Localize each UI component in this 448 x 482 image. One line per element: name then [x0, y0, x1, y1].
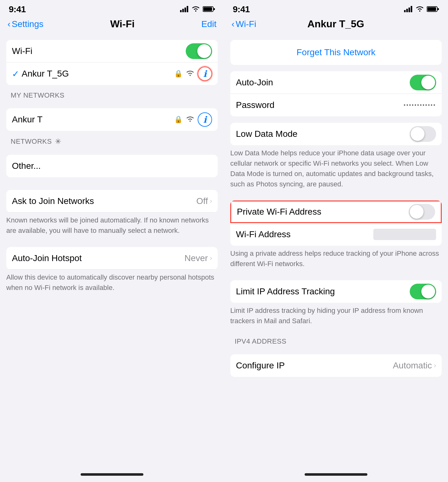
my-network-row[interactable]: Ankur T 🔒 ℹ — [6, 108, 218, 131]
chevron-left-icon: ‹ — [8, 19, 10, 29]
configure-ip-section: Configure IP Automatic › — [230, 354, 442, 377]
configure-ip-value: Automatic › — [393, 361, 436, 371]
status-icons-right — [404, 5, 439, 14]
battery-icon-right — [427, 5, 439, 14]
back-label: Settings — [12, 19, 43, 29]
networks-section: Other... — [6, 155, 218, 177]
password-row[interactable]: Password •••••••••••• — [230, 94, 442, 116]
networks-label: NETWORKS ✳ — [0, 131, 224, 148]
lock-icon-2: 🔒 — [174, 115, 183, 124]
status-bar-right: 9:41 — [224, 0, 448, 17]
lock-icon: 🔒 — [174, 70, 183, 78]
nav-bar-right: ‹ Wi-Fi Ankur T_5G — [224, 17, 448, 34]
limit-ip-section: Limit IP Address Tracking — [230, 280, 442, 303]
private-wifi-label: Private Wi-Fi Address — [237, 207, 409, 217]
wifi-status-icon-right — [415, 5, 424, 14]
limit-ip-description: Limit IP address tracking by hiding your… — [224, 303, 448, 331]
wifi-address-label: Wi-Fi Address — [236, 229, 373, 239]
back-settings-button[interactable]: ‹ Settings — [8, 19, 44, 29]
auto-join-description: Allow this device to automatically disco… — [0, 270, 224, 298]
forget-section: Forget This Network — [230, 40, 442, 65]
svg-rect-7 — [404, 10, 406, 12]
status-icons-left — [180, 5, 215, 14]
signal-icon-right — [404, 5, 413, 14]
configure-ip-row[interactable]: Configure IP Automatic › — [230, 354, 442, 377]
ipv4-section-label: IPV4 ADDRESS — [224, 331, 448, 348]
signal-icon — [180, 5, 189, 14]
private-address-description: Using a private address helps reduce tra… — [224, 246, 448, 274]
home-indicator-left — [81, 473, 143, 476]
ask-join-label: Ask to Join Networks — [12, 196, 196, 206]
auto-join-password-section: Auto-Join Password •••••••••••• — [230, 71, 442, 116]
my-network-info-button[interactable]: ℹ — [198, 112, 212, 127]
edit-button[interactable]: Edit — [201, 19, 216, 29]
checkmark-icon: ✓ — [12, 69, 19, 79]
limit-ip-label: Limit IP Address Tracking — [236, 287, 410, 297]
private-wifi-section: Private Wi-Fi Address Wi-Fi Address — [230, 201, 442, 246]
time-right: 9:41 — [233, 4, 250, 14]
svg-rect-8 — [406, 9, 408, 12]
limit-ip-row[interactable]: Limit IP Address Tracking — [230, 280, 442, 303]
wifi-address-row: Wi-Fi Address — [230, 223, 442, 246]
auto-join-hotspot-row[interactable]: Auto-Join Hotspot Never › — [6, 247, 218, 270]
ask-join-value: Off › — [196, 196, 212, 206]
chevron-icon-2: › — [210, 254, 212, 262]
page-title-right: Ankur T_5G — [307, 18, 364, 30]
low-data-toggle[interactable] — [410, 126, 436, 142]
time-left: 9:41 — [9, 4, 26, 14]
page-title-left: Wi-Fi — [110, 18, 135, 30]
low-data-row[interactable]: Low Data Mode — [230, 123, 442, 145]
back-wifi-label: Wi-Fi — [236, 19, 256, 29]
private-wifi-toggle[interactable] — [409, 204, 435, 220]
auto-join-label: Auto-Join — [236, 78, 410, 88]
chevron-left-icon-right: ‹ — [232, 19, 234, 29]
forget-network-button[interactable]: Forget This Network — [230, 40, 442, 65]
network-icons: 🔒 ℹ — [174, 67, 212, 81]
my-network-icons: 🔒 ℹ — [174, 112, 212, 127]
ask-join-row[interactable]: Ask to Join Networks Off › — [6, 190, 218, 212]
auto-join-toggle[interactable] — [410, 75, 436, 90]
auto-join-hotspot-section: Auto-Join Hotspot Never › — [6, 247, 218, 270]
connected-network-row[interactable]: ✓ Ankur T_5G 🔒 ℹ — [6, 62, 218, 85]
loading-spinner: ✳ — [55, 137, 61, 146]
ask-join-section: Ask to Join Networks Off › — [6, 190, 218, 212]
svg-rect-1 — [182, 9, 184, 12]
limit-ip-toggle[interactable] — [410, 284, 436, 299]
wifi-label: Wi-Fi — [12, 46, 186, 56]
wifi-address-bar — [373, 229, 436, 240]
auto-join-hotspot-label: Auto-Join Hotspot — [12, 253, 184, 263]
configure-ip-label: Configure IP — [236, 361, 393, 371]
svg-rect-6 — [214, 8, 215, 10]
svg-rect-9 — [408, 8, 410, 12]
password-label: Password — [236, 100, 404, 110]
auto-join-row[interactable]: Auto-Join — [230, 71, 442, 94]
low-data-description: Low Data Mode helps reduce your iPhone d… — [224, 145, 448, 194]
home-indicator-right — [305, 473, 367, 476]
chevron-icon: › — [210, 197, 212, 205]
svg-rect-10 — [411, 6, 412, 12]
password-dots: •••••••••••• — [404, 102, 436, 108]
network-info-button[interactable]: ℹ — [198, 67, 212, 81]
back-wifi-button[interactable]: ‹ Wi-Fi — [232, 19, 256, 29]
svg-rect-5 — [203, 7, 212, 11]
auto-join-hotspot-value: Never › — [184, 253, 212, 263]
wifi-status-icon — [191, 5, 200, 14]
svg-rect-0 — [180, 10, 182, 12]
wifi-toggle[interactable] — [186, 43, 212, 59]
svg-rect-13 — [438, 8, 439, 10]
nav-bar-left: ‹ Settings Wi-Fi Edit — [0, 17, 224, 34]
wifi-toggle-row[interactable]: Wi-Fi — [6, 40, 218, 62]
wifi-toggle-section: Wi-Fi ✓ Ankur T_5G 🔒 ℹ — [6, 40, 218, 85]
low-data-section: Low Data Mode — [230, 123, 442, 145]
svg-rect-3 — [187, 6, 188, 12]
svg-rect-2 — [184, 8, 186, 12]
my-networks-label: MY NETWORKS — [0, 85, 224, 102]
left-panel: 9:41 — [0, 0, 224, 482]
other-label: Other... — [12, 161, 212, 171]
my-network-name: Ankur T — [12, 115, 174, 125]
battery-icon — [203, 5, 215, 14]
ask-join-description: Known networks will be joined automatica… — [0, 212, 224, 241]
status-bar-left: 9:41 — [0, 0, 224, 17]
other-networks-row[interactable]: Other... — [6, 155, 218, 177]
private-wifi-row[interactable]: Private Wi-Fi Address — [230, 201, 442, 223]
